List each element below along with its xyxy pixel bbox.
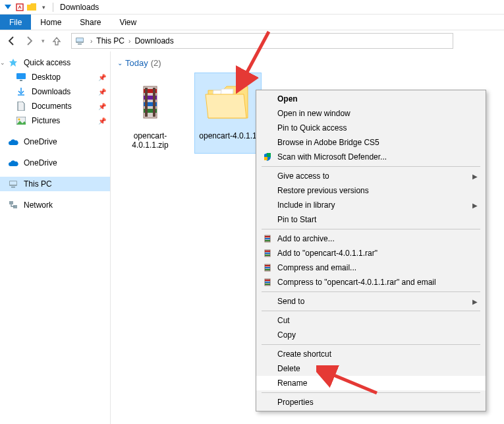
nav-recent-dropdown[interactable]: ▾ xyxy=(38,33,47,49)
svg-rect-9 xyxy=(10,181,16,185)
context-menu-separator xyxy=(262,166,480,167)
qat-properties-icon[interactable] xyxy=(14,2,25,13)
ctx-compress-email[interactable]: Compress and email... xyxy=(256,260,486,275)
caret-down-icon[interactable]: ⌄ xyxy=(0,59,5,66)
pc-icon xyxy=(8,179,18,189)
ctx-scan-defender[interactable]: Scan with Microsoft Defender... xyxy=(256,150,486,164)
download-icon xyxy=(16,86,26,97)
context-menu: Open Open in new window Pin to Quick acc… xyxy=(256,90,486,411)
svg-rect-19 xyxy=(153,88,155,117)
sidebar-item-label: Documents xyxy=(32,102,98,111)
pin-icon: 📌 xyxy=(98,117,106,125)
svg-rect-35 xyxy=(265,280,270,281)
ctx-create-shortcut[interactable]: Create shortcut xyxy=(256,347,486,361)
ctx-open[interactable]: Open xyxy=(256,92,486,106)
ctx-give-access[interactable]: Give access to▶ xyxy=(256,169,486,183)
ribbon-tab-share[interactable]: Share xyxy=(70,15,110,30)
qat-dropdown-icon[interactable]: ▾ xyxy=(38,2,49,13)
pictures-icon xyxy=(16,115,26,126)
nav-back-button[interactable] xyxy=(4,33,20,49)
shield-icon xyxy=(260,151,275,163)
group-header-today[interactable]: ⌄ Today (2) xyxy=(117,58,497,68)
ctx-send-to[interactable]: Send to▶ xyxy=(256,294,486,309)
ribbon-tab-file[interactable]: File xyxy=(0,15,31,30)
sidebar-this-pc[interactable]: This PC xyxy=(0,177,110,191)
sidebar-item-label: This PC xyxy=(24,179,106,189)
svg-rect-27 xyxy=(265,251,270,252)
svg-rect-4 xyxy=(16,73,26,79)
file-name: opencart-4.0.1.1.zip xyxy=(120,131,181,150)
ribbon-tab-view[interactable]: View xyxy=(110,15,146,30)
titlebar: ▾ Downloads xyxy=(0,0,504,15)
pin-icon: 📌 xyxy=(98,74,106,81)
svg-rect-31 xyxy=(265,265,270,266)
ribbon-tab-home[interactable]: Home xyxy=(31,15,70,30)
file-item-zip[interactable]: opencart-4.0.1.1.zip xyxy=(117,73,183,153)
breadcrumb-this-pc[interactable]: This PC xyxy=(95,36,126,45)
sidebar-pictures[interactable]: Pictures 📌 xyxy=(0,113,110,128)
sidebar-quick-access[interactable]: ⌄ Quick access xyxy=(0,55,110,70)
svg-rect-3 xyxy=(78,44,82,45)
svg-point-7 xyxy=(18,119,20,121)
svg-rect-0 xyxy=(16,4,23,11)
ctx-compress-to-email[interactable]: Compress to "opencart-4.0.1.1.rar" and e… xyxy=(256,275,486,289)
context-menu-separator xyxy=(262,392,480,393)
sidebar-downloads[interactable]: Downloads 📌 xyxy=(0,84,110,99)
sidebar-item-label: OneDrive xyxy=(24,158,106,167)
pin-icon: 📌 xyxy=(98,88,106,96)
sidebar-onedrive-1[interactable]: OneDrive xyxy=(0,135,110,149)
sidebar-onedrive-2[interactable]: OneDrive xyxy=(0,156,110,170)
svg-rect-11 xyxy=(9,201,13,204)
ctx-pin-start[interactable]: Pin to Start xyxy=(256,212,486,227)
ctx-properties[interactable]: Properties xyxy=(256,395,486,409)
titlebar-divider xyxy=(53,3,53,12)
sidebar-network[interactable]: Network xyxy=(0,198,110,212)
sidebar: ⌄ Quick access Desktop 📌 Downloads 📌 Doc xyxy=(0,51,111,424)
ctx-restore-previous[interactable]: Restore previous versions xyxy=(256,183,486,198)
svg-rect-18 xyxy=(145,88,148,117)
sidebar-desktop[interactable]: Desktop 📌 xyxy=(0,70,110,84)
ctx-cut[interactable]: Cut xyxy=(256,313,486,328)
svg-rect-36 xyxy=(265,282,270,283)
chevron-right-icon[interactable]: › xyxy=(88,38,95,45)
chevron-right-icon[interactable]: › xyxy=(126,38,133,45)
ctx-add-rar[interactable]: Add to "opencart-4.0.1.1.rar" xyxy=(256,246,486,260)
ctx-rename[interactable]: Rename xyxy=(256,376,486,390)
desktop-icon xyxy=(16,72,26,82)
ctx-delete[interactable]: Delete xyxy=(256,361,486,376)
ctx-copy[interactable]: Copy xyxy=(256,328,486,342)
ctx-include-library[interactable]: Include in library▶ xyxy=(256,198,486,212)
sidebar-item-label: Desktop xyxy=(32,73,98,82)
folder-icon xyxy=(202,76,254,129)
archive-icon xyxy=(260,276,275,288)
file-item-folder[interactable]: opencart-4.0.1.1 xyxy=(195,73,261,153)
sidebar-item-label: Quick access xyxy=(24,58,106,67)
address-bar[interactable]: › This PC › Downloads xyxy=(71,33,453,49)
nav-up-button[interactable] xyxy=(49,33,65,49)
chevron-right-icon: ▶ xyxy=(472,202,478,209)
context-menu-separator xyxy=(262,311,480,311)
star-icon xyxy=(8,57,18,68)
sidebar-documents[interactable]: Documents 📌 xyxy=(0,99,110,113)
archive-icon xyxy=(124,76,177,129)
group-label: Today xyxy=(125,58,148,68)
sidebar-item-label: Network xyxy=(24,200,106,210)
ctx-browse-bridge[interactable]: Browse in Adobe Bridge CS5 xyxy=(256,135,486,150)
navbar: ▾ › This PC › Downloads xyxy=(0,30,504,51)
network-icon xyxy=(8,200,18,210)
window-title: Downloads xyxy=(60,3,99,12)
ribbon: File Home Share View xyxy=(0,15,504,30)
context-menu-separator xyxy=(262,229,480,229)
breadcrumb-downloads[interactable]: Downloads xyxy=(133,36,175,45)
svg-rect-5 xyxy=(20,80,22,81)
svg-rect-23 xyxy=(265,236,270,237)
svg-rect-37 xyxy=(265,284,270,285)
pin-icon: 📌 xyxy=(98,103,106,110)
ctx-pin-quick-access[interactable]: Pin to Quick access xyxy=(256,121,486,135)
nav-forward-button[interactable] xyxy=(21,33,37,49)
ctx-open-new-window[interactable]: Open in new window xyxy=(256,106,486,121)
pc-icon xyxy=(74,36,85,46)
sidebar-item-label: Downloads xyxy=(32,87,98,96)
ctx-add-archive[interactable]: Add to archive... xyxy=(256,231,486,246)
qat-down-arrow-icon[interactable] xyxy=(3,2,13,13)
